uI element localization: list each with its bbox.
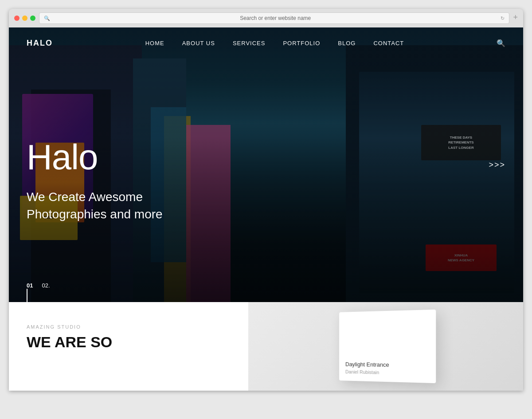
minimize-button[interactable] bbox=[22, 16, 27, 21]
slide-next-button[interactable]: >>> bbox=[489, 160, 505, 170]
hero-subtitle-line1: We Create Awesome bbox=[27, 188, 163, 206]
studio-heading: WE ARE SO bbox=[27, 334, 231, 350]
hero-title: Halo bbox=[27, 140, 163, 175]
browser-titlebar: 🔍 Search or enter website name ↻ + bbox=[9, 12, 523, 27]
close-button[interactable] bbox=[14, 16, 20, 21]
search-icon[interactable]: 🔍 bbox=[497, 39, 505, 47]
hero-subtitle: We Create Awesome Photographies and more bbox=[27, 188, 163, 223]
nav-links: HOME ABOUT US SERVICES PORTFOLIO BLOG CO… bbox=[145, 40, 404, 47]
address-text: Search or enter website name bbox=[53, 15, 498, 21]
book-image: Daylight Entrance Daniel Rubistain bbox=[248, 302, 523, 391]
hero-section: VISA THESE DAYSRETIREMENTSLAST LONGER XI… bbox=[9, 27, 523, 302]
nav-home[interactable]: HOME bbox=[145, 40, 164, 47]
slide-indicator-1[interactable]: 01 bbox=[27, 282, 33, 289]
nav-contact[interactable]: CONTACT bbox=[373, 40, 404, 47]
nav-services[interactable]: SERVICES bbox=[233, 40, 266, 47]
slide-indicator-2[interactable]: 02. bbox=[42, 282, 50, 289]
book-visual-section: Daylight Entrance Daniel Rubistain bbox=[248, 302, 523, 391]
website-content: VISA THESE DAYSRETIREMENTSLAST LONGER XI… bbox=[9, 27, 523, 391]
window-controls bbox=[14, 16, 35, 21]
below-hero-section: AMAZING STUDIO WE ARE SO Daylight Entran… bbox=[9, 302, 523, 391]
studio-label: AMAZING STUDIO bbox=[27, 324, 231, 330]
nav-about[interactable]: ABOUT US bbox=[182, 40, 215, 47]
slide-progress-line bbox=[27, 289, 27, 302]
new-tab-button[interactable]: + bbox=[513, 13, 518, 23]
navbar: HALO HOME ABOUT US SERVICES PORTFOLIO BL… bbox=[9, 27, 523, 58]
browser-window: 🔍 Search or enter website name ↻ + VISA bbox=[9, 9, 523, 391]
site-logo[interactable]: HALO bbox=[27, 39, 53, 48]
refresh-icon[interactable]: ↻ bbox=[501, 16, 505, 21]
maximize-button[interactable] bbox=[30, 16, 35, 21]
book-title: Daylight Entrance bbox=[345, 361, 429, 369]
nav-blog[interactable]: BLOG bbox=[338, 40, 356, 47]
book-card: Daylight Entrance Daniel Rubistain bbox=[339, 310, 436, 383]
studio-text-block: AMAZING STUDIO WE ARE SO bbox=[9, 302, 248, 391]
search-icon: 🔍 bbox=[44, 16, 50, 21]
hero-subtitle-line2: Photographies and more bbox=[27, 206, 163, 223]
book-author: Daniel Rubistain bbox=[345, 369, 429, 376]
slide-indicators: 01 02. bbox=[27, 282, 50, 289]
hero-content: Halo We Create Awesome Photographies and… bbox=[27, 140, 163, 223]
nav-portfolio[interactable]: PORTFOLIO bbox=[283, 40, 320, 47]
address-bar[interactable]: 🔍 Search or enter website name ↻ bbox=[39, 12, 509, 24]
